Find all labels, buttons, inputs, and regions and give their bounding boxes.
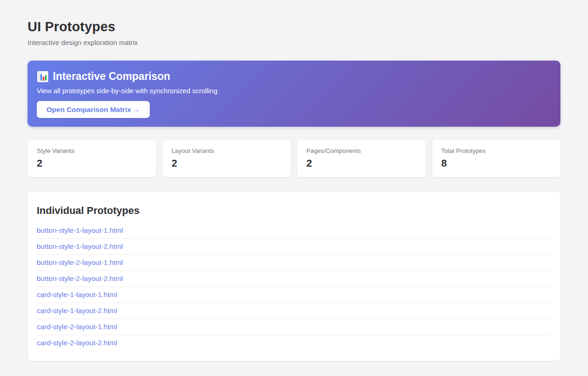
banner-title-row: Interactive Comparison: [37, 70, 551, 83]
page-title: UI Prototypes: [28, 0, 560, 34]
stats-row: Style Variants 2 Layout Variants 2 Pages…: [28, 140, 560, 177]
interactive-comparison-banner: Interactive Comparison View all prototyp…: [28, 61, 560, 127]
prototype-link[interactable]: button-style-2-layout-1.html: [37, 258, 123, 266]
prototype-link[interactable]: button-style-2-layout-2.html: [37, 275, 123, 282]
prototype-list: button-style-1-layout-1.html button-styl…: [37, 223, 551, 351]
stat-label: Total Prototypes: [441, 147, 552, 154]
stat-card-total-prototypes: Total Prototypes 8: [432, 140, 561, 177]
page-container: UI Prototypes Interactive design explora…: [0, 0, 588, 361]
stat-label: Pages/Components: [306, 147, 417, 154]
list-item: button-style-1-layout-2.html: [37, 239, 551, 255]
stat-label: Layout Variants: [172, 147, 282, 154]
stat-card-style-variants: Style Variants 2: [28, 140, 156, 177]
list-item: card-style-1-layout-2.html: [37, 303, 551, 319]
list-item: button-style-1-layout-1.html: [37, 223, 551, 239]
stat-card-layout-variants: Layout Variants 2: [163, 140, 291, 177]
stat-card-pages-components: Pages/Components 2: [297, 140, 426, 177]
list-item: button-style-2-layout-2.html: [37, 271, 551, 287]
list-item: card-style-2-layout-1.html: [37, 319, 551, 335]
page-subtitle: Interactive design exploration matrix: [28, 39, 560, 46]
prototype-link[interactable]: button-style-1-layout-1.html: [37, 226, 123, 234]
individual-prototypes-card: Individual Prototypes button-style-1-lay…: [28, 191, 560, 361]
prototype-link[interactable]: card-style-1-layout-2.html: [37, 307, 117, 314]
list-item: card-style-1-layout-1.html: [37, 287, 551, 303]
bar-chart-icon: [37, 71, 49, 83]
stat-value: 8: [441, 157, 552, 169]
list-item: card-style-2-layout-2.html: [37, 335, 551, 351]
banner-description: View all prototypes side-by-side with sy…: [37, 87, 551, 95]
open-comparison-matrix-button[interactable]: Open Comparison Matrix →: [37, 101, 150, 118]
stat-value: 2: [37, 157, 147, 169]
stat-value: 2: [172, 157, 282, 169]
individual-prototypes-heading: Individual Prototypes: [37, 205, 551, 217]
stat-value: 2: [306, 157, 417, 169]
stat-label: Style Variants: [37, 147, 147, 154]
banner-title: Interactive Comparison: [53, 70, 170, 83]
prototype-link[interactable]: card-style-2-layout-1.html: [37, 323, 117, 331]
prototype-link[interactable]: button-style-1-layout-2.html: [37, 242, 123, 250]
prototype-link[interactable]: card-style-2-layout-2.html: [37, 339, 117, 347]
list-item: button-style-2-layout-1.html: [37, 255, 551, 271]
prototype-link[interactable]: card-style-1-layout-1.html: [37, 291, 117, 298]
